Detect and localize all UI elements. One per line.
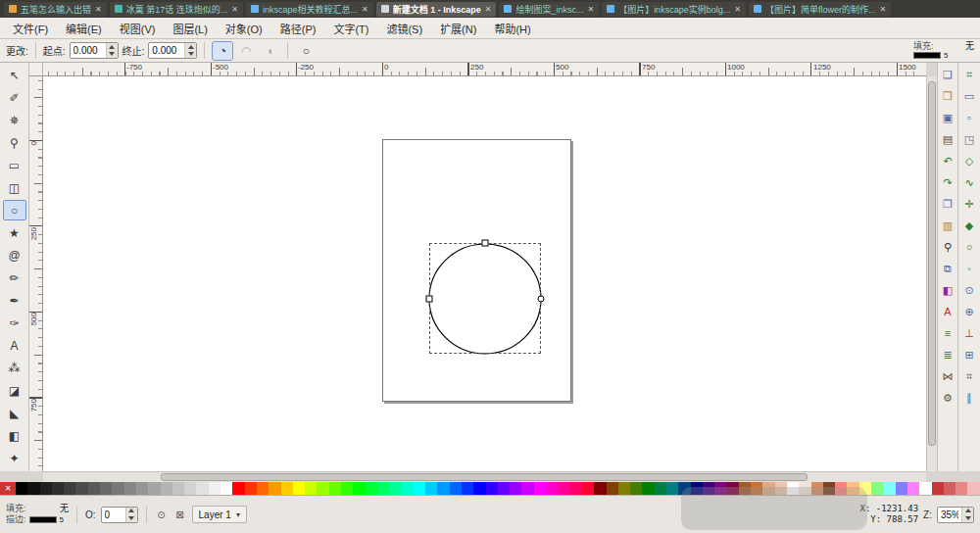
palette-swatch[interactable] — [811, 482, 823, 495]
save-document-icon[interactable]: ▣ — [940, 110, 956, 125]
ellipse-handle[interactable] — [426, 296, 433, 303]
eraser-tool[interactable]: ◪ — [3, 380, 26, 401]
palette-swatch[interactable] — [714, 482, 726, 495]
snap-bbox-icon[interactable]: ▭ — [961, 88, 977, 104]
make-whole-button[interactable]: ○ — [295, 41, 317, 61]
spin-down-button[interactable] — [107, 51, 118, 59]
zoom-tool[interactable]: ⚲ — [3, 132, 26, 153]
menu-object[interactable]: 对象(O) — [217, 18, 271, 39]
end-angle-input[interactable] — [149, 43, 184, 58]
palette-swatch[interactable] — [353, 482, 365, 495]
palette-swatch[interactable] — [594, 482, 606, 495]
palette-swatch[interactable] — [534, 482, 546, 495]
menu-help[interactable]: 帮助(H) — [485, 18, 539, 39]
palette-swatch[interactable] — [341, 482, 353, 495]
palette-swatch[interactable] — [799, 482, 810, 495]
menu-edit[interactable]: 编辑(E) — [57, 18, 111, 39]
spray-tool[interactable]: ⁂ — [3, 358, 26, 378]
ellipse-handle[interactable] — [538, 296, 545, 303]
menu-text[interactable]: 文字(T) — [324, 18, 377, 39]
palette-swatch[interactable] — [196, 482, 208, 495]
redo-icon[interactable]: ↷ — [940, 174, 956, 190]
snap-bbox-edge-icon[interactable]: ▫ — [961, 110, 977, 125]
tab-close-icon[interactable]: ✕ — [362, 5, 368, 14]
spin-up-button[interactable] — [185, 43, 196, 51]
palette-swatch[interactable] — [823, 482, 835, 495]
palette-swatch[interactable] — [52, 482, 64, 495]
palette-swatch[interactable] — [281, 482, 293, 495]
tab-close-icon[interactable]: ✕ — [587, 5, 594, 14]
palette-swatch[interactable] — [232, 482, 244, 495]
undo-icon[interactable]: ↶ — [940, 153, 956, 169]
vertical-scrollbar[interactable] — [926, 76, 937, 471]
palette-swatch[interactable] — [100, 482, 112, 495]
spin-down-button[interactable] — [185, 51, 196, 59]
palette-swatch[interactable] — [366, 482, 377, 495]
text-dialog-icon[interactable]: A — [940, 304, 956, 319]
stroke-color-swatch[interactable] — [29, 516, 57, 523]
arc-segment-button[interactable]: ◠ — [235, 41, 257, 61]
snap-midpoint-icon[interactable]: ◦ — [961, 261, 977, 276]
palette-swatch[interactable] — [305, 482, 317, 495]
zoom-input[interactable] — [938, 508, 961, 522]
palette-swatch[interactable] — [896, 482, 907, 495]
snap-rotation-center-icon[interactable]: ⊕ — [961, 304, 977, 319]
tab-close-icon[interactable]: ✕ — [879, 5, 886, 14]
end-angle-spinbox[interactable] — [148, 42, 197, 59]
palette-swatch[interactable] — [148, 482, 160, 495]
text-tool[interactable]: A — [3, 335, 26, 356]
spin-up-button[interactable] — [107, 43, 118, 51]
dropper-tool[interactable]: ✦ — [3, 448, 26, 468]
palette-swatch[interactable] — [112, 482, 123, 495]
horizontal-ruler[interactable]: -750-500-2500250500750100012501500 — [43, 63, 926, 76]
palette-swatch[interactable] — [835, 482, 847, 495]
layers-dialog-icon[interactable]: ≣ — [940, 347, 956, 363]
stroke-color-swatch[interactable] — [913, 52, 941, 59]
palette-swatch[interactable] — [473, 482, 485, 495]
spin-up-button[interactable] — [962, 508, 973, 515]
bucket-tool[interactable]: ◣ — [3, 403, 26, 423]
pen-tool[interactable]: ✒ — [3, 290, 26, 311]
palette-close-button[interactable]: ✕ — [0, 482, 16, 495]
taskbar-tab[interactable]: inkscape相关教程汇总...✕ — [246, 2, 373, 17]
palette-swatch[interactable] — [486, 482, 498, 495]
layer-lock-icon[interactable]: ⊠ — [173, 508, 187, 521]
new-object-style-indicator[interactable]: 填充: 无 5 — [913, 41, 974, 61]
palette-swatch[interactable] — [40, 482, 52, 495]
tab-close-icon[interactable]: ✕ — [95, 5, 102, 14]
snap-enable-icon[interactable]: ⌗ — [961, 67, 977, 82]
arc-chord-button[interactable]: ◖ — [259, 41, 280, 61]
menu-file[interactable]: 文件(F) — [4, 18, 57, 39]
palette-swatch[interactable] — [317, 482, 328, 495]
tab-close-icon[interactable]: ✕ — [734, 5, 741, 14]
menu-view[interactable]: 视图(V) — [111, 18, 165, 39]
palette-swatch[interactable] — [691, 482, 703, 495]
palette-swatch[interactable] — [762, 482, 774, 495]
palette-swatch[interactable] — [907, 482, 919, 495]
taskbar-tab[interactable]: 五笔怎么输入出错✕ — [4, 2, 107, 17]
horizontal-scrollbar[interactable] — [43, 471, 926, 482]
palette-swatch[interactable] — [919, 482, 931, 495]
palette-swatch[interactable] — [377, 482, 389, 495]
calligraphy-tool[interactable]: ✑ — [3, 313, 26, 333]
palette-swatch[interactable] — [136, 482, 148, 495]
ellipse-handle[interactable] — [482, 240, 489, 247]
canvas[interactable] — [43, 76, 926, 471]
selector-tool[interactable]: ↖ — [3, 65, 26, 85]
palette-swatch[interactable] — [220, 482, 232, 495]
snap-guide-icon[interactable]: ∥ — [961, 390, 977, 406]
palette-swatch[interactable] — [462, 482, 473, 495]
opacity-input[interactable] — [102, 508, 125, 522]
palette-swatch[interactable] — [27, 482, 39, 495]
palette-swatch[interactable] — [521, 482, 533, 495]
palette-swatch[interactable] — [389, 482, 401, 495]
menu-layer[interactable]: 图层(L) — [164, 18, 216, 39]
snap-bbox-corner-icon[interactable]: ◳ — [961, 131, 977, 147]
duplicate-icon[interactable]: ⧉ — [940, 261, 956, 276]
align-dialog-icon[interactable]: ≡ — [940, 325, 956, 341]
3dbox-tool[interactable]: ◫ — [3, 177, 26, 198]
palette-swatch[interactable] — [124, 482, 136, 495]
ellipse-tool[interactable]: ○ — [3, 200, 26, 220]
palette-swatch[interactable] — [967, 482, 979, 495]
palette-swatch[interactable] — [269, 482, 280, 495]
